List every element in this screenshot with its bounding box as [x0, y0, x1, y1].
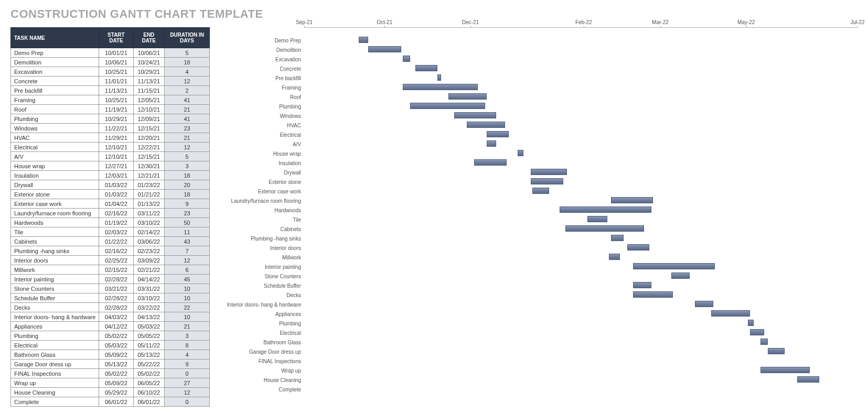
end-date-cell: 03/10/22 — [133, 218, 165, 227]
task-name-cell: Demo Prep — [11, 48, 99, 58]
gantt-track — [304, 309, 858, 319]
start-date-cell: 10/01/21 — [99, 48, 133, 58]
end-date-cell: 05/03/22 — [133, 322, 165, 331]
start-date-cell: 02/15/22 — [99, 265, 133, 275]
duration-cell: 41 — [165, 95, 210, 105]
gantt-track — [304, 224, 858, 234]
gantt-bar — [633, 282, 651, 288]
gantt-row-label: Drywall — [220, 170, 304, 176]
gantt-track — [304, 337, 858, 347]
task-name-cell: Millwork — [11, 265, 99, 275]
gantt-row: A/V — [220, 139, 858, 149]
duration-cell: 43 — [165, 237, 210, 246]
gantt-row: Concrete — [220, 64, 858, 73]
gantt-row: Stone Counters — [220, 271, 858, 281]
duration-cell: 12 — [165, 143, 210, 152]
start-date-cell: 12/27/21 — [99, 161, 133, 171]
duration-cell: 10 — [165, 284, 210, 293]
start-date-cell: 05/03/22 — [99, 341, 133, 350]
axis-tick-label: Dec-21 — [462, 19, 479, 25]
start-date-cell: 05/29/22 — [99, 388, 133, 397]
duration-cell: 23 — [165, 124, 210, 133]
table-row: Laundry/furnace room flooring02/16/2203/… — [11, 209, 210, 218]
gantt-row: Framing — [220, 83, 858, 92]
duration-cell: 10 — [165, 312, 210, 322]
duration-cell: 9 — [165, 359, 210, 369]
table-row: Roof11/19/2112/10/2121 — [11, 105, 210, 114]
table-row: Exterior stone01/03/2201/21/2218 — [11, 190, 210, 199]
table-row: House wrap12/27/2112/30/213 — [11, 161, 210, 171]
gantt-bar — [695, 301, 713, 307]
end-date-cell: 10/06/21 — [133, 48, 165, 58]
duration-cell: 6 — [165, 265, 210, 275]
gantt-row-label: Garage Door dress up — [220, 349, 304, 355]
gantt-row-label: FINAL Inspections — [220, 358, 304, 364]
task-name-cell: Framing — [11, 95, 99, 105]
gantt-row: Decks — [220, 290, 858, 300]
task-name-cell: Electrical — [11, 341, 99, 350]
gantt-row-label: HVAC — [220, 123, 304, 128]
col-end: END DATE — [133, 28, 165, 48]
end-date-cell: 12/05/21 — [133, 95, 165, 105]
gantt-track — [304, 149, 858, 158]
task-name-cell: Roof — [11, 105, 99, 114]
start-date-cell: 10/29/21 — [99, 114, 133, 124]
end-date-cell: 11/13/21 — [133, 77, 165, 86]
duration-cell: 12 — [165, 77, 210, 86]
gantt-row: Cabinets — [220, 224, 858, 234]
duration-cell: 2 — [165, 86, 210, 95]
axis-tick-label: May-22 — [737, 19, 755, 25]
end-date-cell: 12/30/21 — [133, 161, 165, 171]
gantt-row: FINAL Inspections — [220, 356, 858, 366]
duration-cell: 18 — [165, 190, 210, 199]
task-name-cell: Appliances — [11, 322, 99, 331]
gantt-track — [304, 262, 858, 271]
table-row: Garage Door dress up05/13/2205/22/229 — [11, 359, 210, 369]
start-date-cell: 02/16/22 — [99, 209, 133, 218]
gantt-track — [304, 300, 858, 309]
start-date-cell: 03/21/22 — [99, 284, 133, 293]
task-name-cell: Stone Counters — [11, 284, 99, 293]
gantt-track — [304, 385, 858, 394]
task-name-cell: House wrap — [11, 161, 99, 171]
start-date-cell: 12/03/21 — [99, 171, 133, 180]
axis-tick-mark — [470, 26, 471, 28]
gantt-row: Exterior stone — [220, 177, 858, 187]
gantt-bar — [403, 56, 410, 62]
gantt-bar — [532, 188, 549, 194]
gantt-track — [304, 271, 858, 281]
gantt-track — [304, 281, 858, 290]
start-date-cell: 06/01/22 — [99, 397, 133, 407]
duration-cell: 0 — [165, 397, 210, 407]
gantt-bar — [454, 112, 496, 118]
gantt-row: Hardwoods — [220, 205, 858, 215]
duration-cell: 3 — [165, 331, 210, 341]
axis-tick-mark — [746, 26, 747, 28]
end-date-cell: 11/15/21 — [133, 86, 165, 95]
gantt-bar — [467, 122, 505, 128]
start-date-cell: 02/16/22 — [99, 246, 133, 256]
duration-cell: 21 — [165, 322, 210, 331]
task-name-cell: Plumbing — [11, 331, 99, 341]
gantt-row-label: Pre backfill — [220, 75, 304, 81]
gantt-track — [304, 196, 858, 205]
gantt-row-label: Tile — [220, 217, 304, 223]
gantt-bar — [448, 93, 487, 100]
duration-cell: 23 — [165, 209, 210, 218]
task-name-cell: Wrap up — [11, 378, 99, 388]
start-date-cell: 11/13/21 — [99, 86, 133, 95]
gantt-row-label: Schedule Buffer — [220, 283, 304, 289]
col-task: TASK NAME — [11, 28, 99, 48]
duration-cell: 20 — [165, 180, 210, 190]
start-date-cell: 01/03/22 — [99, 180, 133, 190]
start-date-cell: 05/13/22 — [99, 359, 133, 369]
gantt-row-label: Concrete — [220, 66, 304, 72]
start-date-cell: 12/10/21 — [99, 143, 133, 152]
gantt-row: Insulation — [220, 158, 858, 168]
task-name-cell: Complete — [11, 397, 99, 407]
gantt-row: Complete — [220, 385, 858, 394]
gantt-row: Interior doors — [220, 243, 858, 253]
start-date-cell: 01/03/22 — [99, 190, 133, 199]
task-name-cell: Tile — [11, 227, 99, 237]
start-date-cell: 01/04/22 — [99, 199, 133, 209]
